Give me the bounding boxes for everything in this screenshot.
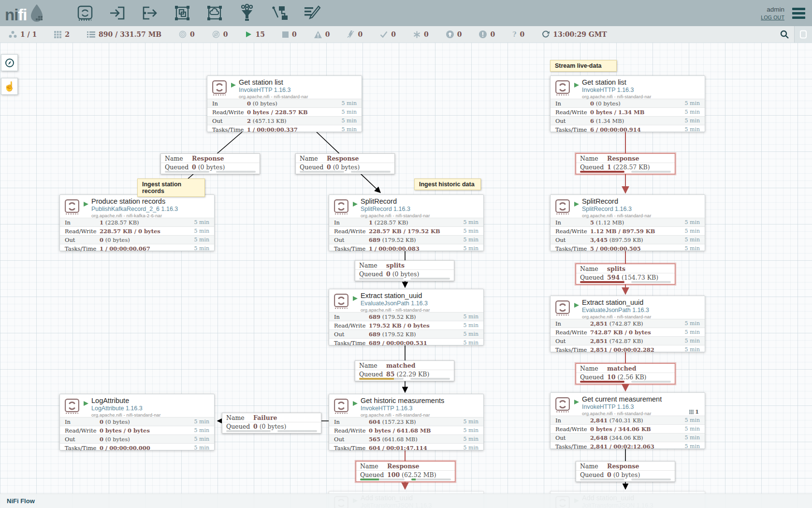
running-icon — [245, 31, 252, 38]
run-status-icon — [574, 81, 580, 90]
operate-palette-button[interactable]: ☝ — [1, 78, 18, 95]
processor-type: InvokeHTTP 1.16.3 — [582, 87, 651, 94]
processor-bundle: org.apache.nifi - nifi-standard-nar — [361, 412, 444, 418]
canvas-label[interactable]: Ingest historic data — [414, 179, 481, 190]
stat-row-readwrite: Read/Write0 bytes / 228.57 KB5 min — [207, 107, 362, 116]
process-group-component-button[interactable] — [173, 3, 192, 23]
processor-get-current-measurement[interactable]: Get current measurement InvokeHTTP 1.16.… — [550, 392, 705, 449]
run-status-icon — [83, 200, 89, 209]
processor-icon — [554, 198, 571, 217]
stat-row-out: Out2 (457.13 KB)5 min — [207, 116, 362, 125]
connection-response[interactable]: NameResponse Queued0 (0 bytes) — [160, 153, 260, 174]
status-stopped: 0 — [282, 30, 297, 38]
connection-matched-backpressure[interactable]: Namematched Queued10 (2.56 KB) — [576, 363, 675, 384]
processor-name: Get station list — [239, 78, 308, 87]
processor-produce-station-records[interactable]: Produce station records PublishKafkaReco… — [59, 194, 215, 251]
processor-get-station-list-live[interactable]: Get station list InvokeHTTP 1.16.3 org.a… — [550, 75, 705, 132]
breadcrumb-bar: NiFi Flow — [0, 493, 812, 508]
flow-status-bar: 1 / 1 2 890 / 331.57 MB 0 0 15 — [0, 26, 812, 43]
status-locally-modified: 0 — [413, 30, 429, 38]
status-active-threads: 2 — [54, 30, 70, 38]
label-component-button[interactable] — [302, 3, 321, 23]
processor-name: SplitRecord — [582, 197, 651, 206]
run-status-icon — [574, 200, 580, 209]
connection-response[interactable]: NameResponse Queued0 (0 bytes) — [295, 153, 395, 174]
processor-bundle: org.apache.nifi - nifi-standard-nar — [582, 411, 662, 416]
processor-splitrecord[interactable]: SplitRecord SplitRecord 1.16.3 org.apach… — [329, 194, 484, 251]
processor-name: Produce station records — [91, 197, 178, 206]
header-toolbar: nifi — [0, 0, 812, 26]
stat-row-in: In5 (1.12 MB)5 min — [551, 218, 705, 226]
disabled-bolt-icon — [347, 30, 354, 38]
processor-type: EvaluateJsonPath 1.16.3 — [582, 307, 651, 314]
funnel-component-button[interactable] — [237, 3, 257, 23]
connection-response-backpressure[interactable]: NameResponse Queued1 (228.57 KB) — [576, 153, 675, 174]
processor-splitrecord-live[interactable]: SplitRecord SplitRecord 1.16.3 org.apach… — [550, 194, 705, 251]
hand-pointer-icon: ☝ — [4, 82, 15, 91]
stat-row-readwrite: Read/Write0 bytes / 344.06 KB5 min — [551, 424, 705, 433]
processor-type: LogAttribute 1.16.3 — [91, 405, 160, 412]
processor-extract-station-uuid-live[interactable]: Extract station_uuid EvaluateJsonPath 1.… — [550, 296, 705, 352]
processor-type: InvokeHTTP 1.16.3 — [361, 405, 444, 412]
connection-splits-backpressure[interactable]: Namesplits Queued594 (154.73 KB) — [576, 264, 675, 284]
status-refresh[interactable]: 13:00:29 GMT — [542, 30, 607, 38]
processor-name: Get historic measurements — [361, 397, 444, 405]
connection-response-backpressure[interactable]: NameResponse Queued100 (62.52 MB) — [356, 461, 455, 482]
processor-get-historic-measurements[interactable]: Get historic measurements InvokeHTTP 1.1… — [329, 394, 484, 450]
processor-extract-station-uuid[interactable]: Extract station_uuid EvaluateJsonPath 1.… — [329, 289, 484, 345]
stat-row-readwrite: Read/Write228.57 KB / 0 bytes5 min — [60, 226, 214, 235]
connection-matched[interactable]: Namematched Queued85 (22.29 KB) — [355, 360, 454, 381]
processor-icon — [64, 198, 80, 217]
nifi-drop-icon — [28, 3, 45, 23]
processor-bundle: org.apache.nifi - nifi-standard-nar — [582, 213, 651, 218]
connection-splits[interactable]: Namesplits Queued0 (0 bytes) — [355, 260, 454, 281]
threads-grid-icon — [54, 31, 61, 38]
canvas-label[interactable]: Ingest station records — [137, 179, 205, 197]
processor-name: LogAttribute — [91, 397, 160, 405]
search-button[interactable] — [775, 26, 794, 43]
stat-row-readwrite: Read/Write179.52 KB / 0 bytes5 min — [329, 321, 483, 329]
status-transmitting: 0 — [179, 30, 195, 38]
stale-up-arrow-icon — [446, 30, 454, 38]
stat-row-readwrite: Read/Write742.87 KB / 0 bytes5 min — [551, 328, 705, 336]
logout-link[interactable]: LOG OUT — [761, 14, 784, 21]
processor-get-station-list[interactable]: Get station list InvokeHTTP 1.16.3 org.a… — [207, 75, 362, 132]
threads-grid-icon — [689, 410, 694, 414]
status-queued: 890 / 331.57 MB — [87, 30, 161, 38]
refresh-icon[interactable] — [542, 30, 550, 38]
nifi-logo: nifi — [5, 3, 45, 23]
run-status-icon — [352, 400, 358, 408]
breadcrumb[interactable]: NiFi Flow — [7, 497, 35, 505]
status-history-panel-button[interactable] — [794, 26, 812, 43]
processor-icon — [554, 299, 571, 318]
stat-row-in: In2,851 (742.87 KB)5 min — [551, 319, 705, 328]
run-status-icon — [352, 200, 358, 209]
status-running: 15 — [245, 30, 264, 38]
remote-process-group-component-button[interactable] — [205, 3, 224, 23]
run-status-icon — [83, 400, 89, 408]
processor-bundle: org.apache.nifi - nifi-standard-nar — [239, 94, 308, 99]
global-menu-icon[interactable] — [792, 8, 805, 19]
queued-list-icon — [87, 31, 95, 38]
processor-name: SplitRecord — [361, 197, 430, 206]
header-right: admin LOG OUT — [761, 5, 805, 22]
flow-canvas[interactable]: ☝ Stream live-data Ingest station record… — [0, 43, 812, 508]
processor-component-button[interactable] — [75, 3, 95, 23]
canvas-label[interactable]: Stream live-data — [550, 60, 617, 72]
label-text: Ingest historic data — [419, 181, 475, 188]
input-port-component-button[interactable] — [108, 3, 127, 23]
template-component-button[interactable] — [270, 3, 289, 23]
connection-response[interactable]: NameResponse Queued0 (0 bytes) — [576, 461, 675, 482]
label-text: Ingest station records — [142, 181, 181, 194]
connection-failure[interactable]: NameFailure Queued0 (0 bytes) — [222, 413, 321, 433]
output-port-component-button[interactable] — [140, 3, 160, 23]
stat-row-tasks: Tasks/Time0 / 00:00:00.0005 min — [60, 443, 214, 452]
processor-type: EvaluateJsonPath 1.16.3 — [361, 300, 430, 307]
panel-icon — [799, 30, 807, 39]
stat-row-readwrite: Read/Write1.12 MB / 897.59 KB5 min — [551, 226, 705, 235]
stat-row-tasks: Tasks/Time2,841 / 00:02:12.0635 min — [551, 442, 705, 450]
stat-row-out: Out3,445 (897.59 KB)5 min — [551, 235, 705, 244]
processor-logattribute[interactable]: LogAttribute LogAttribute 1.16.3 org.apa… — [59, 394, 215, 450]
processor-icon — [333, 198, 349, 217]
navigate-palette-button[interactable] — [1, 54, 18, 71]
